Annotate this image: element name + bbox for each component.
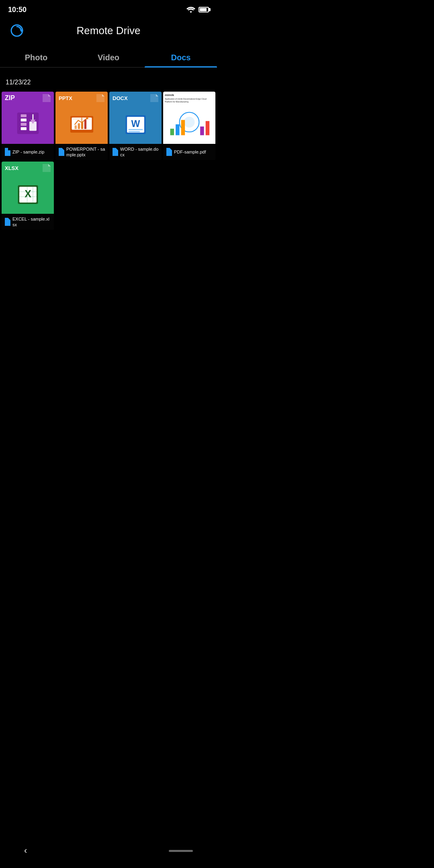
refresh-button[interactable]	[8, 22, 26, 39]
file-grid: ZIP ZI	[0, 92, 217, 160]
svg-point-31	[184, 117, 194, 128]
status-icons	[186, 6, 209, 13]
file-label-pptx: POWERPOINT - sample.pptx	[55, 144, 108, 160]
tab-video[interactable]: Video	[72, 47, 145, 67]
file-item-docx[interactable]: DOCX W WORD - sample.docx	[109, 92, 162, 160]
svg-rect-6	[20, 119, 26, 121]
file-label-xlsx: EXCEL - sample.xlsx	[2, 214, 54, 230]
file-label-zip: ZIP - sample.zip	[2, 144, 54, 160]
empty-cell	[163, 162, 215, 230]
svg-rect-28	[128, 129, 143, 130]
svg-rect-36	[206, 121, 209, 135]
svg-rect-19	[74, 125, 76, 129]
svg-marker-3	[48, 94, 51, 96]
svg-rect-7	[20, 123, 26, 126]
svg-marker-13	[96, 94, 104, 102]
file-label-pdf: PDF-sample.pdf	[163, 144, 215, 160]
svg-rect-35	[200, 127, 204, 135]
pdf-logo: mimik	[165, 93, 214, 97]
svg-text:W: W	[131, 119, 140, 129]
svg-rect-34	[181, 120, 185, 135]
battery-icon	[199, 7, 209, 12]
empty-cell	[109, 162, 162, 230]
file-item-pptx[interactable]: PPTX	[55, 92, 108, 160]
svg-rect-21	[81, 122, 83, 129]
file-item-xlsx[interactable]: XLSX X	[2, 162, 54, 230]
svg-rect-29	[128, 131, 140, 133]
header: Remote Drive	[0, 18, 217, 47]
svg-rect-8	[20, 127, 26, 130]
wifi-icon	[186, 6, 195, 13]
svg-point-18	[86, 117, 88, 119]
svg-marker-24	[150, 94, 158, 102]
status-time: 10:50	[8, 6, 27, 14]
svg-rect-5	[20, 115, 26, 117]
file-label-docx: WORD - sample.docx	[109, 144, 162, 160]
tabs-bar: Photo Video Docs	[0, 47, 217, 68]
tab-docs[interactable]: Docs	[145, 47, 217, 67]
svg-rect-33	[176, 125, 179, 135]
file-grid-row2: XLSX X	[0, 162, 217, 230]
tab-photo[interactable]: Photo	[0, 47, 72, 67]
svg-rect-32	[170, 129, 174, 135]
status-bar: 10:50	[0, 0, 217, 18]
svg-text:X: X	[25, 188, 31, 200]
page-title: Remote Drive	[26, 25, 191, 37]
svg-rect-22	[84, 120, 86, 129]
svg-marker-38	[43, 164, 51, 172]
file-item-zip[interactable]: ZIP ZI	[2, 92, 54, 160]
empty-cell	[55, 162, 108, 230]
file-item-pdf[interactable]: mimik Application of mimik Decentralized…	[163, 92, 215, 160]
svg-rect-20	[78, 123, 80, 129]
date-group-label: 11/23/22	[0, 76, 217, 92]
